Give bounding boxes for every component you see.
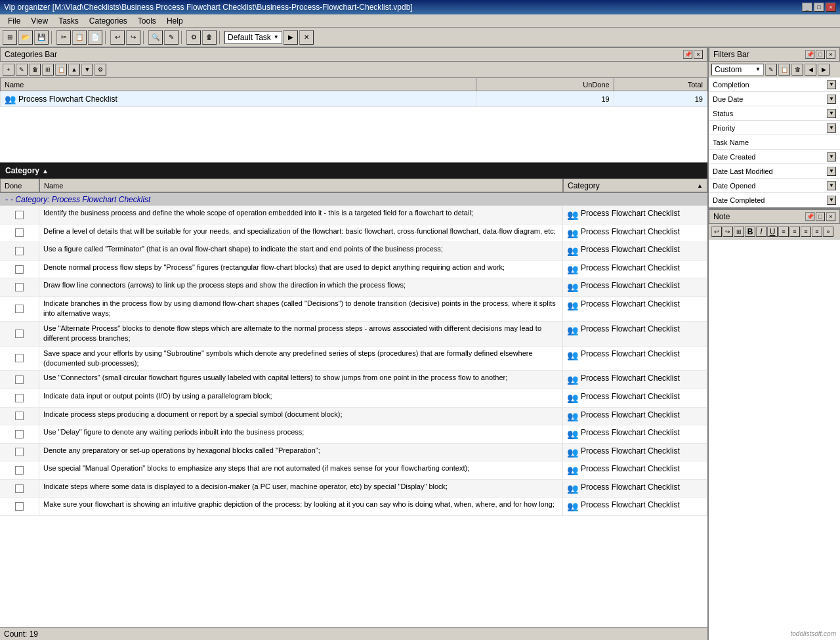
move-down-button[interactable]: ▼ <box>81 64 93 75</box>
task-done-cell[interactable] <box>0 322 39 346</box>
filter-item-date-created[interactable]: Date Created ▼ <box>709 150 840 164</box>
task-type-dropdown[interactable]: Default Task ▼ <box>224 31 282 44</box>
filter-item-date-created-dropdown[interactable]: ▼ <box>827 152 836 161</box>
menu-help[interactable]: Help <box>161 15 188 27</box>
note-more-button[interactable]: » <box>823 226 833 237</box>
cut-button[interactable]: ✂ <box>56 30 71 45</box>
col-undone-header[interactable]: UnDone <box>476 78 614 91</box>
open-button[interactable]: 📂 <box>18 30 33 45</box>
note-bold-button[interactable]: B <box>745 226 755 237</box>
filters-maximize-button[interactable]: □ <box>816 50 825 59</box>
task-done-cell[interactable] <box>0 371 39 389</box>
task-done-cell[interactable] <box>0 224 39 242</box>
task-done-cell[interactable] <box>0 347 39 371</box>
note-close-button[interactable]: × <box>826 212 835 221</box>
filters-close-button[interactable]: × <box>826 50 835 59</box>
close-button[interactable]: × <box>826 3 836 12</box>
task-done-cell[interactable] <box>0 261 39 278</box>
filter-item-priority-dropdown[interactable]: ▼ <box>827 123 836 133</box>
note-pin-button[interactable]: 📌 <box>805 212 814 221</box>
task-checkbox[interactable] <box>15 502 24 511</box>
note-italic-button[interactable]: I <box>756 226 766 237</box>
task-done-cell[interactable] <box>0 498 39 515</box>
note-text-area[interactable] <box>709 240 840 640</box>
filter-item-due-date-dropdown[interactable]: ▼ <box>827 95 836 104</box>
done-column-header[interactable]: Done <box>0 179 39 192</box>
filter-item-date-opened[interactable]: Date Opened ▼ <box>709 179 840 193</box>
new-button[interactable]: ⊞ <box>3 30 17 45</box>
menu-tasks[interactable]: Tasks <box>53 15 84 27</box>
run-button[interactable]: ▶ <box>284 30 298 45</box>
task-done-cell[interactable] <box>0 480 39 498</box>
new-group-button[interactable]: ⊞ <box>42 64 54 75</box>
task-done-cell[interactable] <box>0 297 39 321</box>
tasks-body[interactable]: - - Category: Process Flowchart Checklis… <box>0 193 707 627</box>
task-checkbox[interactable] <box>15 484 24 493</box>
task-done-cell[interactable] <box>0 425 39 443</box>
filter-item-date-completed[interactable]: Date Completed ▼ <box>709 193 840 207</box>
filter-item-task-name[interactable]: Task Name <box>709 135 840 150</box>
filter-item-status[interactable]: Status ▼ <box>709 106 840 121</box>
col-name-header[interactable]: Name <box>1 78 476 91</box>
filter-copy-button[interactable]: 📋 <box>778 64 790 75</box>
menu-file[interactable]: File <box>3 15 26 27</box>
task-checkbox[interactable] <box>15 283 24 291</box>
filter-item-date-opened-dropdown[interactable]: ▼ <box>827 181 836 190</box>
menu-view[interactable]: View <box>26 15 53 27</box>
filter-edit-button[interactable]: ✎ <box>765 64 777 75</box>
stop-button[interactable]: ✕ <box>299 30 314 45</box>
filter-item-priority[interactable]: Priority ▼ <box>709 121 840 135</box>
filter-item-due-date[interactable]: Due Date ▼ <box>709 92 840 106</box>
filter-item-status-dropdown[interactable]: ▼ <box>827 109 836 118</box>
task-done-cell[interactable] <box>0 278 39 296</box>
task-checkbox[interactable] <box>15 305 24 313</box>
category-column-header[interactable]: Category ▲ <box>563 179 707 192</box>
edit-button[interactable]: ✎ <box>164 30 178 45</box>
copy-button[interactable]: 📋 <box>72 30 87 45</box>
filter-back-button[interactable]: ◀ <box>805 64 816 75</box>
filter-item-date-modified[interactable]: Date Last Modified ▼ <box>709 164 840 179</box>
col-total-header[interactable]: Total <box>614 78 707 91</box>
task-done-cell[interactable] <box>0 408 39 425</box>
note-align-right-button[interactable]: ≡ <box>801 226 811 237</box>
settings-button[interactable]: ⚙ <box>186 30 201 45</box>
task-checkbox[interactable] <box>15 265 24 274</box>
task-done-cell[interactable] <box>0 444 39 461</box>
note-align-left-button[interactable]: ≡ <box>778 226 789 237</box>
task-done-cell[interactable] <box>0 242 39 260</box>
filter-forward-button[interactable]: ▶ <box>818 64 830 75</box>
undo-button[interactable]: ↩ <box>110 30 125 45</box>
filter-item-date-modified-dropdown[interactable]: ▼ <box>827 167 836 176</box>
task-done-cell[interactable] <box>0 206 39 224</box>
note-align-center-button[interactable]: ≡ <box>789 226 800 237</box>
redo-button[interactable]: ↪ <box>126 30 140 45</box>
note-redo-button[interactable]: ↪ <box>723 226 733 237</box>
task-checkbox[interactable] <box>15 466 24 475</box>
note-table-button[interactable]: ⊞ <box>734 226 744 237</box>
filter-preset-dropdown[interactable]: Custom ▼ <box>711 64 764 75</box>
filter-item-date-completed-dropdown[interactable]: ▼ <box>827 196 836 205</box>
task-checkbox[interactable] <box>15 394 24 402</box>
task-checkbox[interactable] <box>15 330 24 338</box>
paste-button[interactable]: 📄 <box>88 30 102 45</box>
edit-category-button[interactable]: ✎ <box>16 64 28 75</box>
categories-pin-button[interactable]: 📌 <box>683 50 692 59</box>
move-up-button[interactable]: ▲ <box>68 64 80 75</box>
task-checkbox[interactable] <box>15 354 24 362</box>
categories-close-button[interactable]: × <box>694 50 703 59</box>
delete-button[interactable]: 🗑 <box>202 30 217 45</box>
save-button[interactable]: 💾 <box>34 30 49 45</box>
minimize-button[interactable]: _ <box>802 3 812 12</box>
task-checkbox[interactable] <box>15 448 24 456</box>
menu-tools[interactable]: Tools <box>133 15 161 27</box>
task-done-cell[interactable] <box>0 389 39 407</box>
task-checkbox[interactable] <box>15 430 24 438</box>
note-undo-button[interactable]: ↩ <box>711 226 722 237</box>
task-checkbox[interactable] <box>15 247 24 255</box>
task-checkbox[interactable] <box>15 375 24 384</box>
filter-item-completion-dropdown[interactable]: ▼ <box>827 80 836 89</box>
add-category-button[interactable]: + <box>3 64 14 75</box>
find-button[interactable]: 🔍 <box>148 30 163 45</box>
menu-categories[interactable]: Categories <box>84 15 133 27</box>
filters-pin-button[interactable]: 📌 <box>805 50 814 59</box>
